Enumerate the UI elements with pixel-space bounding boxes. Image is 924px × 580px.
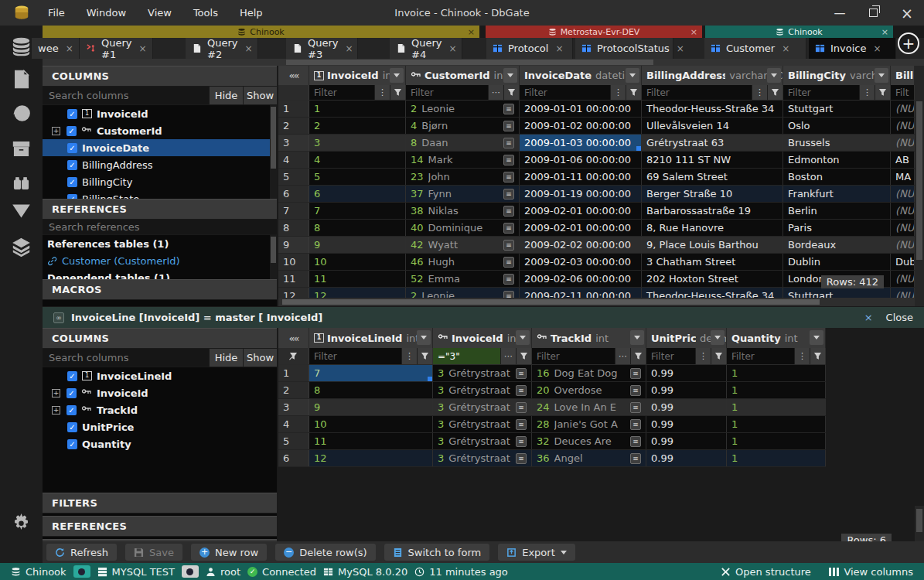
tab-group-metrostav[interactable]: Metrostav-Evr-DEV ×	[486, 26, 702, 38]
document-icon[interactable]: ≡	[503, 172, 514, 183]
document-icon[interactable]: ≡	[503, 257, 514, 268]
document-icon[interactable]: ≡	[630, 453, 641, 464]
document-icon[interactable]: ≡	[630, 385, 641, 396]
cell-unitprice[interactable]: 0.99	[646, 382, 727, 398]
document-icon[interactable]: ≡	[503, 104, 514, 114]
cell-customerid[interactable]: 2Leonie≡	[406, 288, 520, 298]
cell-invoicelineid-selected[interactable]: 7	[309, 365, 433, 381]
document-icon[interactable]: ≡	[503, 206, 514, 217]
table-row[interactable]: 1 7 3Grétrystraat 63≡ 16Dog Eat Dog≡ 0.9…	[278, 365, 826, 382]
filter-menu-button[interactable]: ⋮	[610, 85, 626, 100]
table-row[interactable]: 5 11 3Grétrystraat 63≡ 32Deuces Are≡ 0.9…	[278, 433, 826, 450]
cell-billingstate[interactable]: (NULL)	[891, 288, 915, 298]
cell-invoicedate[interactable]: 2009-01-19 00:00:00	[520, 186, 642, 202]
filter-funnel-button[interactable]	[875, 85, 890, 100]
filter-funnel-button[interactable]	[503, 85, 519, 100]
column-menu-chevron[interactable]	[417, 330, 431, 345]
selection-handle[interactable]	[636, 146, 642, 151]
column-header-customerid[interactable]: CustomerId int	[406, 66, 520, 85]
layers-icon[interactable]	[11, 236, 32, 257]
cell-customerid[interactable]: 4Bjørn≡	[406, 118, 520, 134]
cell-invoicelineid[interactable]: 12	[309, 450, 433, 466]
column-header-billingstate[interactable]: BillingState	[891, 66, 915, 85]
checkbox-checked[interactable]: ✓	[67, 439, 77, 449]
cell-billingstate[interactable]: (NULL)	[891, 237, 915, 253]
cell-quantity[interactable]: 1	[727, 450, 826, 466]
cell-invoicelineid[interactable]: 11	[309, 433, 433, 449]
cell-billingcity[interactable]: Frankfurt	[783, 186, 891, 202]
checkbox-checked[interactable]: ✓	[67, 371, 77, 381]
cell-billingaddress[interactable]: Theodor-Heuss-Straße 34	[642, 101, 783, 117]
cell-invoicedate[interactable]: 2009-02-03 00:00:00	[520, 254, 642, 270]
filter-funnel-button[interactable]	[417, 348, 432, 364]
cell-invoicedate[interactable]: 2009-01-11 00:00:00	[520, 169, 642, 185]
table-row[interactable]: 2 2 4Bjørn≡ 2009-01-02 00:00:00 Ullevåls…	[278, 118, 924, 135]
cell-customerid[interactable]: 37Fynn≡	[406, 186, 520, 202]
filter-input-customerid[interactable]	[406, 85, 488, 100]
menu-help[interactable]: Help	[240, 7, 263, 19]
table-row[interactable]: 2 8 3Grétrystraat 63≡ 20Overdose≡ 0.99 1	[278, 382, 826, 399]
tab-query-1[interactable]: Query #1×	[80, 38, 153, 59]
cell-quantity[interactable]: 1	[727, 365, 826, 381]
row-number[interactable]: 11	[278, 271, 309, 287]
cell-billingstate[interactable]: (NULL)	[891, 135, 915, 151]
cell-billingaddress[interactable]: 3 Chatham Street	[642, 254, 783, 270]
files-icon[interactable]	[11, 69, 32, 90]
cell-trackid[interactable]: 20Overdose≡	[532, 382, 646, 398]
cell-invoiceid[interactable]: 7	[309, 203, 406, 219]
cell-trackid[interactable]: 36Angel≡	[532, 450, 646, 466]
row-number[interactable]: 6	[278, 186, 309, 202]
references-section-header[interactable]: REFERENCES	[43, 516, 277, 537]
cell-billingaddress[interactable]: Theodor-Heuss-Straße 34	[642, 288, 783, 298]
expand-icon[interactable]: +	[52, 127, 60, 135]
cell-customerid[interactable]: 42Wyatt≡	[406, 237, 520, 253]
row-number[interactable]: 4	[278, 152, 309, 168]
expand-icon[interactable]: +	[52, 389, 60, 397]
filter-more-button[interactable]: ⋯	[488, 85, 503, 100]
row-number[interactable]: 7	[278, 203, 309, 219]
list-item[interactable]: ✓ BillingCity	[43, 173, 277, 190]
export-button[interactable]: Export	[498, 544, 575, 561]
cell-invoiceid[interactable]: 4	[309, 152, 406, 168]
cell-billingaddress[interactable]: 9, Place Louis Barthou	[642, 237, 783, 253]
list-item[interactable]: + ✓ TrackId	[43, 401, 277, 418]
cell-billingaddress[interactable]: Ullevålsveien 14	[642, 118, 783, 134]
cell-billingstate[interactable]: (NULL)	[891, 203, 915, 219]
status-database[interactable]: Chinook	[11, 566, 66, 578]
cell-invoicelineid[interactable]: 8	[309, 382, 433, 398]
filter-input-quantity[interactable]	[727, 348, 794, 364]
table-row[interactable]: 9 9 42Wyatt≡ 2009-02-02 00:00:00 9, Plac…	[278, 237, 924, 254]
list-item[interactable]: ✓ BillingState	[43, 190, 277, 199]
checkbox-checked[interactable]: ✓	[67, 194, 77, 200]
cell-invoiceid[interactable]: 6	[309, 186, 406, 202]
table-row[interactable]: 3 3 8Daan≡ 2009-01-03 00:00:00 Grétrystr…	[278, 135, 924, 152]
document-icon[interactable]: ≡	[516, 385, 527, 396]
collapse-columns-button[interactable]: ««	[278, 66, 309, 85]
switch-to-form-button[interactable]: Switch to form	[384, 544, 490, 561]
document-icon[interactable]: ≡	[516, 436, 527, 447]
cell-invoiceid[interactable]: 3Grétrystraat 63≡	[433, 399, 532, 415]
close-icon[interactable]: ×	[881, 27, 888, 37]
cell-billingcity[interactable]: Brussels	[783, 135, 891, 151]
cell-billingaddress[interactable]: 69 Salem Street	[642, 169, 783, 185]
checkbox-checked[interactable]: ✓	[66, 126, 77, 136]
cell-quantity[interactable]: 1	[727, 433, 826, 449]
filter-funnel-button[interactable]	[390, 85, 405, 100]
close-icon[interactable]: ×	[864, 312, 873, 323]
cell-quantity[interactable]: 1	[727, 416, 826, 432]
close-icon[interactable]: ×	[782, 43, 789, 54]
list-item-selected[interactable]: ✓ InvoiceDate	[43, 139, 277, 156]
delete-rows-button[interactable]: − Delete row(s)	[275, 544, 375, 561]
macros-section-header[interactable]: MACROS	[43, 279, 277, 300]
close-icon[interactable]: ×	[346, 43, 353, 54]
column-header-invoicedate[interactable]: InvoiceDate dateti	[520, 66, 642, 85]
close-icon[interactable]: ×	[873, 43, 881, 54]
table-row[interactable]: 5 5 23John≡ 2009-01-11 00:00:00 69 Salem…	[278, 169, 924, 186]
document-icon[interactable]: ≡	[630, 436, 641, 447]
minimize-button[interactable]: —	[834, 6, 846, 20]
tab-invoice[interactable]: Invoice×	[809, 38, 896, 59]
clear-filters-button[interactable]	[278, 348, 309, 364]
document-icon[interactable]: ≡	[516, 402, 527, 413]
document-icon[interactable]: ≡	[503, 291, 514, 299]
cell-invoiceid[interactable]: 3Grétrystraat 63≡	[433, 416, 532, 432]
